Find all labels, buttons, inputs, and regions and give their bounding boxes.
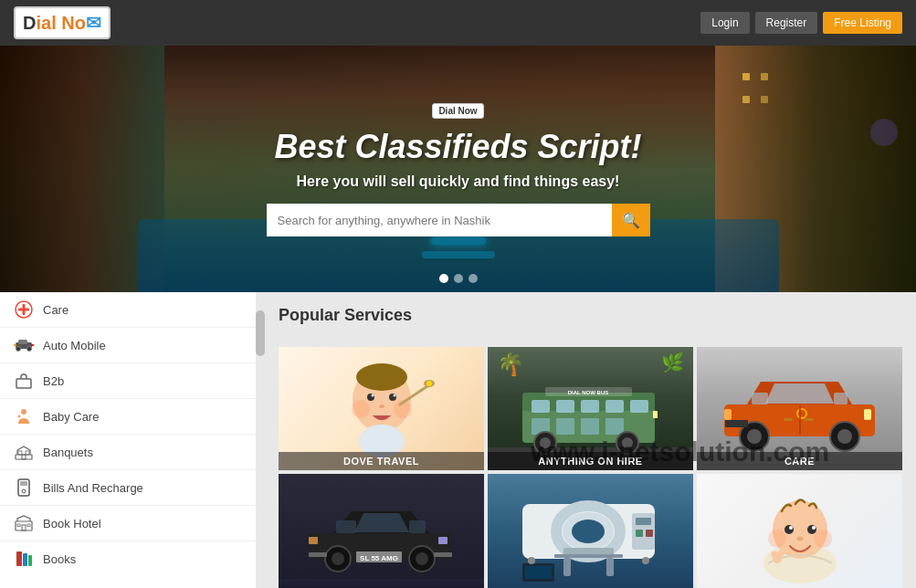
scrollbar-track [256,292,265,588]
svg-point-10 [21,409,26,415]
svg-rect-22 [27,524,30,527]
svg-point-32 [371,394,374,396]
card-bg-medical [488,474,693,588]
main-container: Care Auto Mobile [0,292,916,588]
svg-rect-71 [784,418,793,421]
service-label-anything-hire: ANYTHING ON HIRE [488,452,693,470]
service-card-anything-hire[interactable]: DIAL NOW BUS 🌴 🌿 ANYTHING ON HIRE [488,347,693,470]
sidebar-scroll[interactable]: Care Auto Mobile [0,292,265,566]
sidebar-item-books[interactable]: Books [0,541,265,566]
svg-rect-80 [438,537,447,544]
svg-rect-46 [605,400,624,413]
svg-point-65 [837,429,852,444]
svg-point-107 [812,526,816,530]
svg-rect-56 [653,411,658,418]
svg-rect-85 [434,552,452,557]
sidebar-label-automobile: Auto Mobile [43,339,106,352]
logo-text: Dial No✉ [23,12,101,34]
svg-rect-51 [605,418,624,435]
svg-rect-24 [23,553,27,566]
babycare-icon [14,406,34,426]
search-bar: 🔍 [267,204,650,236]
service-label-care: CARE [697,452,902,470]
svg-rect-92 [636,530,643,537]
search-input[interactable] [267,204,612,236]
svg-point-106 [789,526,793,530]
login-button[interactable]: Login [700,12,749,34]
darkcar-illustration: SL 55 AMG [301,495,461,577]
sidebar-label-care: Care [43,303,68,317]
books-icon [14,549,34,566]
svg-point-110 [814,530,832,548]
svg-point-6 [27,347,32,352]
dot-2[interactable] [454,274,463,283]
search-button[interactable]: 🔍 [612,204,650,236]
sidebar-label-bookhotel: Book Hotel [43,517,101,530]
sidebar: Care Auto Mobile [0,292,265,588]
service-card-baby2[interactable] [697,474,902,588]
svg-point-11 [18,415,21,418]
sidebar-item-automobile[interactable]: Auto Mobile [0,328,265,363]
svg-point-108 [796,536,803,541]
svg-point-35 [352,400,370,418]
svg-point-103 [773,500,827,559]
service-card-auto[interactable]: SL 55 AMG [279,474,484,588]
svg-rect-7 [14,344,16,346]
free-listing-button[interactable]: Free Listing [823,12,902,34]
card-bg-baby2 [697,474,902,588]
service-card-dove-travel[interactable]: DOVE TRAVEL [279,347,484,470]
service-card-care[interactable]: CARE [697,347,902,470]
search-icon: 🔍 [622,212,640,229]
dot-1[interactable] [439,274,448,283]
svg-point-34 [379,404,384,408]
svg-rect-72 [805,418,814,421]
section-title: Popular Services [279,306,412,325]
register-button[interactable]: Register [755,12,818,34]
hero-banner: Dial Now Best Classifieds Script! Here y… [0,46,916,292]
service-card-medical[interactable] [488,474,693,588]
svg-rect-97 [606,558,614,576]
sidebar-label-b2b: B2b [43,374,64,388]
svg-point-33 [393,394,395,396]
sidebar-item-bills[interactable]: Bills And Recharge [0,470,265,506]
hero-content: Dial Now Best Classifieds Script! Here y… [267,101,650,236]
svg-rect-47 [630,400,648,413]
car-illustration [720,363,879,455]
scrollbar-thumb[interactable] [256,310,265,356]
services-header: Popular Services [279,306,902,336]
baby-illustration [322,359,441,459]
svg-rect-99 [525,566,552,579]
svg-point-29 [356,363,407,391]
sidebar-item-care[interactable]: Care [0,292,265,328]
svg-rect-68 [725,420,748,427]
svg-text:DIAL NOW BUS: DIAL NOW BUS [567,390,608,395]
svg-point-112 [771,551,777,557]
svg-point-105 [807,525,816,534]
svg-rect-43 [532,400,550,413]
baby2-illustration [741,486,859,586]
svg-point-55 [622,437,633,448]
svg-point-63 [747,429,762,444]
sidebar-item-b2b[interactable]: B2b [0,363,265,399]
sidebar-item-banquets[interactable]: Banquets [0,435,265,470]
svg-point-77 [332,552,344,565]
sidebar-label-books: Books [43,552,76,566]
svg-rect-94 [563,548,614,555]
card-bg-darkcar: SL 55 AMG [279,474,484,588]
tree-left: 🌴 [497,352,524,377]
hero-dots [439,274,478,283]
svg-rect-44 [556,400,574,413]
bus-illustration: DIAL NOW BUS [518,383,664,457]
header-buttons: Login Register Free Listing [700,12,902,34]
dot-3[interactable] [469,274,478,283]
bookhotel-icon [14,513,34,533]
tree-right: 🌿 [661,352,684,373]
svg-rect-13 [22,455,26,459]
svg-point-18 [22,489,26,493]
sidebar-item-babycare[interactable]: Baby Care [0,399,265,435]
sidebar-item-bookhotel[interactable]: Book Hotel [0,506,265,541]
car-reflection [279,579,484,588]
svg-point-89 [572,520,605,543]
logo[interactable]: Dial No✉ [14,6,111,39]
svg-point-113 [777,550,784,556]
